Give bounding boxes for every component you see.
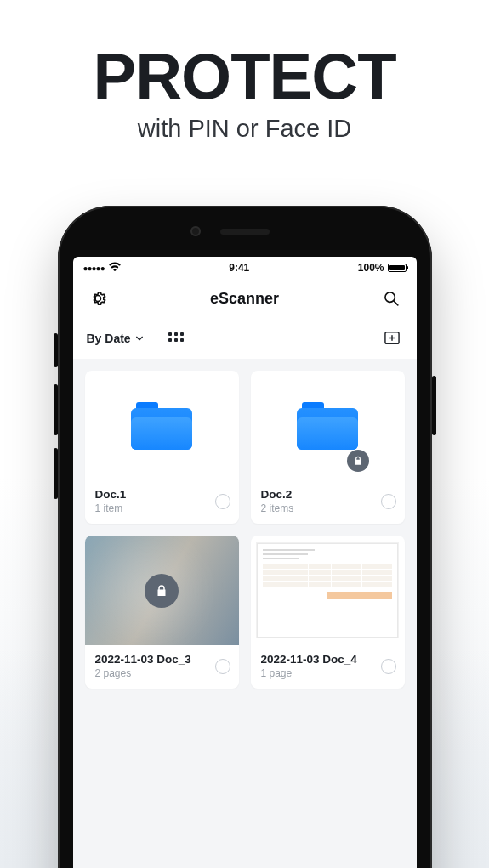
phone-side-button bbox=[54, 448, 58, 499]
item-title: 2022-11-03 Doc_4 bbox=[261, 653, 357, 666]
sort-button[interactable]: By Date bbox=[87, 332, 144, 345]
select-radio[interactable] bbox=[215, 659, 230, 674]
settings-button[interactable] bbox=[87, 287, 109, 309]
search-icon bbox=[382, 289, 401, 308]
phone-side-button bbox=[54, 384, 58, 435]
lock-icon bbox=[347, 450, 369, 472]
grid-item[interactable]: Doc.2 2 items bbox=[251, 371, 405, 524]
item-title: 2022-11-03 Doc_3 bbox=[95, 653, 191, 666]
nav-bar: eScanner bbox=[73, 279, 417, 318]
app-title: eScanner bbox=[210, 290, 279, 308]
blurred-thumbnail bbox=[85, 536, 239, 645]
status-bar: ●●●●● 9:41 100% bbox=[73, 257, 417, 279]
battery-icon bbox=[388, 264, 407, 272]
select-radio[interactable] bbox=[381, 659, 396, 674]
gear-icon bbox=[88, 289, 107, 308]
status-time: 9:41 bbox=[229, 262, 249, 274]
lock-icon bbox=[145, 574, 179, 608]
document-thumbnail bbox=[257, 543, 399, 638]
folder-icon bbox=[297, 402, 358, 450]
new-folder-button[interactable] bbox=[381, 327, 403, 349]
phone-side-button bbox=[54, 333, 58, 367]
svg-line-1 bbox=[394, 301, 398, 305]
grid-item[interactable]: 2022-11-03 Doc_3 2 pages bbox=[85, 536, 239, 689]
phone-frame: ●●●●● 9:41 100% eScanner By bbox=[58, 206, 432, 868]
phone-speaker bbox=[220, 229, 270, 235]
new-folder-icon bbox=[383, 329, 401, 348]
document-grid: Doc.1 1 item Do bbox=[73, 359, 417, 868]
battery-pct: 100% bbox=[358, 262, 384, 274]
promo-subtitle: with PIN or Face ID bbox=[0, 115, 489, 143]
phone-side-button bbox=[432, 376, 436, 435]
search-button[interactable] bbox=[380, 287, 402, 309]
view-grid-button[interactable] bbox=[168, 332, 184, 344]
sort-label: By Date bbox=[87, 332, 131, 345]
item-subtitle: 1 page bbox=[261, 667, 357, 679]
toolbar-divider bbox=[156, 331, 156, 346]
folder-icon bbox=[131, 402, 192, 450]
phone-camera bbox=[190, 226, 201, 236]
promo-title: PROTECT bbox=[0, 39, 489, 113]
item-title: Doc.1 bbox=[95, 488, 127, 501]
app-screen: ●●●●● 9:41 100% eScanner By bbox=[73, 257, 417, 868]
chevron-down-icon bbox=[135, 334, 144, 343]
item-subtitle: 2 pages bbox=[95, 667, 191, 679]
grid-item[interactable]: Doc.1 1 item bbox=[85, 371, 239, 524]
signal-dots-icon: ●●●●● bbox=[83, 264, 105, 273]
wifi-icon bbox=[109, 262, 121, 274]
toolbar: By Date bbox=[73, 318, 417, 359]
select-radio[interactable] bbox=[381, 494, 396, 509]
item-subtitle: 2 items bbox=[261, 502, 294, 514]
grid-item[interactable]: 2022-11-03 Doc_4 1 page bbox=[251, 536, 405, 689]
select-radio[interactable] bbox=[215, 494, 230, 509]
item-subtitle: 1 item bbox=[95, 502, 127, 514]
item-title: Doc.2 bbox=[261, 488, 294, 501]
